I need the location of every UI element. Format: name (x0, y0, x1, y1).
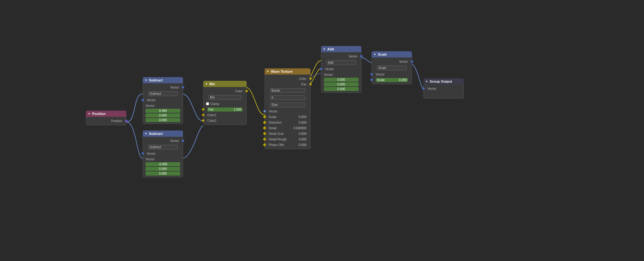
wave-color-out-socket[interactable] (309, 77, 312, 80)
subtract2-header: ▾ Subtract (143, 130, 183, 137)
add-body: Vector Add Vector Vector: 0.000 0.000 (321, 52, 361, 93)
wave-vector-in-socket[interactable] (263, 110, 266, 112)
group-output-body: Vector (423, 85, 464, 98)
group-output-socket[interactable] (422, 87, 425, 90)
group-output-node: ▾ Group Output Vector (423, 78, 464, 98)
subtract2-chevron: ▾ (145, 132, 147, 135)
add-val1[interactable]: 0.000 (324, 78, 359, 82)
group-output-vector-label: Vector (427, 87, 436, 90)
add-val3[interactable]: 0.000 (324, 87, 359, 91)
subtract1-val3-row: 0.000 (143, 118, 183, 122)
subtract2-output-socket[interactable] (182, 140, 184, 142)
wave-detail-label: Detail (269, 126, 277, 130)
add-vector-in1-label: Vector (325, 67, 334, 71)
scale-input-socket[interactable] (370, 73, 373, 76)
subtract2-val2-row: 0.000 (143, 167, 183, 171)
add-vector-out-row: Vector (321, 53, 361, 59)
subtract2-dropdown[interactable]: Subtract (148, 145, 178, 149)
wave-detail-rough-value: 0.000 (299, 138, 306, 141)
mix-color2-row: Color2 (203, 118, 246, 123)
subtract1-val1[interactable]: 0.480 (145, 109, 180, 113)
add-dropdown[interactable]: Add (326, 60, 356, 65)
position-body: Position (86, 117, 126, 125)
subtract1-val1-row: 0.480 (143, 108, 183, 113)
mix-title: Mix (209, 82, 215, 86)
wave-distortion-value: 0.000 (299, 121, 306, 124)
subtract1-val2-row: 0.000 (143, 113, 183, 118)
add-val2[interactable]: 0.000 (324, 82, 359, 86)
mix-color2-label: Color2 (207, 119, 216, 122)
wave-texture-node: ▾ Wave Texture Color Fac Bands X (265, 68, 311, 149)
scale-output-socket[interactable] (411, 60, 413, 63)
wave-vector-in-row: Vector (265, 108, 310, 114)
position-output-socket[interactable] (125, 120, 127, 122)
position-header: ▾ Position (86, 111, 126, 117)
subtract2-val3[interactable]: 0.000 (145, 172, 180, 176)
subtract2-val3-row: 0.000 (143, 171, 183, 176)
wave-dropdown2[interactable]: X (270, 95, 305, 100)
subtract1-val2[interactable]: 0.000 (145, 113, 180, 117)
wave-texture-title: Wave Texture (271, 70, 293, 73)
subtract1-vector-out-label: Vector (170, 86, 179, 89)
wave-detail-value: 0.000000 (293, 126, 306, 130)
add-title: Add (327, 47, 334, 51)
subtract2-vector-label: Vector (147, 152, 155, 155)
scale-scale-socket[interactable] (370, 79, 373, 81)
subtract1-node: ▾ Subtract Vector Subtract Vector Vector… (143, 77, 183, 124)
group-output-empty-socket (422, 93, 425, 95)
subtract1-output-socket[interactable] (182, 86, 184, 89)
mix-color2-socket[interactable] (202, 119, 204, 122)
mix-color-out-row: Color (203, 88, 246, 94)
wave-fac-out-label: Fac (301, 83, 306, 86)
subtract1-header: ▾ Subtract (143, 77, 183, 83)
wave-texture-chevron: ▾ (267, 70, 269, 73)
mix-color1-socket[interactable] (202, 114, 204, 116)
add-val2-row: 0.000 (321, 82, 361, 87)
scale-dropdown[interactable]: Scale (377, 66, 407, 70)
subtract2-val1[interactable]: -0.480 (145, 162, 180, 166)
node-canvas: ▾ Position Position ▾ Subtract Vector Su… (0, 0, 644, 261)
wave-dropdown1[interactable]: Bands (270, 88, 305, 93)
scale-scale-label: Scale (377, 78, 385, 82)
wave-scale-value: 0.500 (299, 115, 306, 119)
mix-fac-socket[interactable] (202, 108, 204, 111)
wave-detail-rough-label: Detail Rough (269, 138, 287, 141)
subtract1-vector-out-row: Vector (143, 85, 183, 90)
add-vector2-label-row: Vector: (321, 72, 361, 77)
mix-color-out-label: Color (235, 89, 243, 93)
add-val1-row: 0.000 (321, 77, 361, 82)
wave-dropdown3[interactable]: Sine (270, 103, 305, 107)
subtract2-node: ▾ Subtract Vector Subtract Vector Vector… (143, 130, 183, 177)
mix-fac-value: 1.000 (234, 108, 241, 111)
group-output-vector-row: Vector (424, 86, 463, 91)
subtract1-dropdown[interactable]: Subtract (148, 91, 178, 96)
scale-scale-field[interactable]: Scale 0.200 (376, 78, 408, 82)
wave-fac-out-socket[interactable] (309, 83, 312, 85)
wave-distortion-label: Distortion (269, 121, 282, 124)
mix-fac-field[interactable]: Fac 1.000 (207, 108, 243, 112)
wave-phase-offs-row: Phase Offs 0.000 (265, 142, 310, 148)
mix-clamp-checkbox[interactable] (206, 102, 209, 105)
mix-output-socket[interactable] (245, 90, 248, 92)
subtract1-vector-label: Vector (147, 98, 155, 102)
wave-detail-scal-value: 0.000 (299, 132, 306, 135)
position-title: Position (92, 112, 105, 116)
mix-dropdown[interactable]: Mix (208, 95, 241, 100)
wave-vector-in-label: Vector (269, 110, 277, 113)
scale-body: Vector Scale Vector Scale 0.200 (372, 57, 412, 84)
subtract1-title: Subtract (149, 78, 163, 82)
mix-body: Color Mix Clamp Fac 1.000 (203, 87, 247, 125)
wave-phase-offs-label: Phase Offs (269, 143, 284, 147)
wave-detail-row: Detail 0.000000 (265, 125, 310, 131)
mix-clamp-row: Clamp (203, 101, 246, 107)
mix-fac-label: Fac (208, 108, 214, 111)
subtract1-val3[interactable]: 0.000 (145, 118, 180, 122)
subtract2-input-socket[interactable] (141, 152, 144, 155)
scale-scale-value: 0.200 (399, 78, 407, 82)
subtract2-val2[interactable]: 0.000 (145, 167, 180, 171)
mix-node: ▾ Mix Color Mix Clamp Fac 1.000 (203, 81, 247, 125)
add-output-socket[interactable] (360, 55, 363, 57)
add-input1-socket[interactable] (320, 68, 322, 70)
mix-color1-label: Color1 (207, 113, 216, 117)
subtract1-input-socket[interactable] (141, 99, 144, 101)
